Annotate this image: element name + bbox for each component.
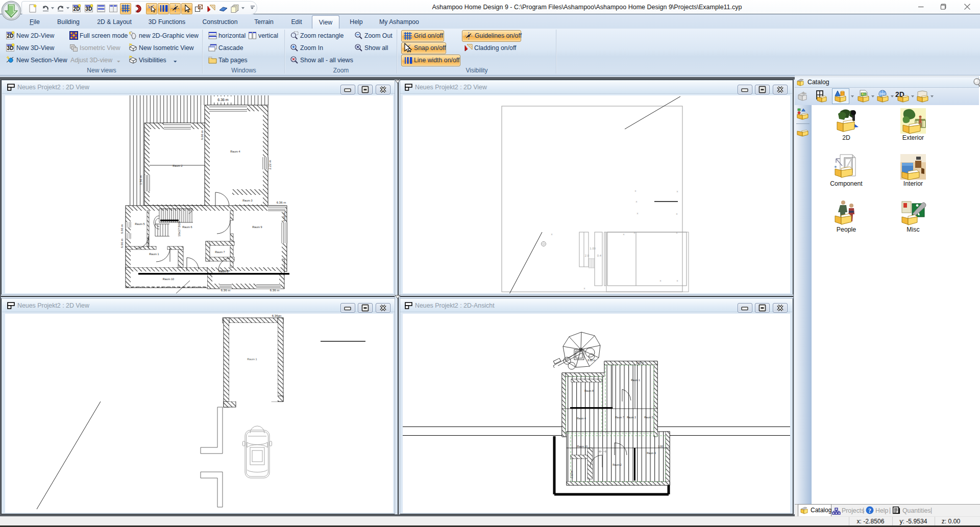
svg-text:2D: 2D — [7, 33, 14, 39]
svg-text:0.4: 0.4 — [597, 254, 602, 257]
svg-text:Raum 4: Raum 4 — [577, 417, 586, 420]
svg-text:x: x — [584, 287, 585, 290]
svg-text:3.00 m: 3.00 m — [636, 361, 644, 364]
svg-text:6.36 m: 6.36 m — [217, 98, 229, 102]
svg-text:x: x — [676, 231, 678, 234]
svg-text:Raum 2: Raum 2 — [173, 164, 182, 167]
svg-text:x: x — [637, 212, 639, 215]
svg-text:Raum 1: Raum 1 — [631, 379, 640, 382]
svg-text:Raum 9: Raum 9 — [647, 451, 656, 455]
svg-text:Raum 6: Raum 6 — [182, 225, 192, 229]
svg-text:3D: 3D — [86, 6, 92, 12]
svg-text:6.36 m: 6.36 m — [272, 314, 281, 317]
svg-text:Raum 1: Raum 1 — [149, 253, 159, 256]
svg-text:?: ? — [868, 507, 871, 514]
svg-text:Raum 2: Raum 2 — [612, 463, 622, 466]
svg-text:Raum 8: Raum 8 — [218, 270, 228, 273]
svg-text:6.66 m: 6.66 m — [120, 239, 124, 248]
svg-text:x: x — [551, 233, 553, 236]
svg-text:Raum 10: Raum 10 — [577, 445, 588, 448]
svg-text:1.00: 1.00 — [590, 247, 596, 250]
svg-text:Raum 5: Raum 5 — [135, 222, 144, 225]
svg-text:1.56 m: 1.56 m — [139, 175, 142, 185]
svg-text:x: x — [677, 190, 678, 193]
svg-text:8.88 m: 8.88 m — [587, 359, 595, 362]
svg-text:2.22 m: 2.22 m — [570, 470, 573, 478]
svg-text:6.36 m: 6.36 m — [270, 289, 279, 292]
svg-text:Raum 10: Raum 10 — [163, 278, 174, 281]
svg-text:x: x — [636, 200, 638, 203]
svg-text:Raum 4: Raum 4 — [230, 150, 240, 153]
svg-text:2.22 m: 2.22 m — [268, 160, 272, 169]
svg-text:2D: 2D — [74, 6, 80, 12]
svg-text:x: x — [634, 231, 635, 234]
svg-text:Raum 9: Raum 9 — [252, 225, 262, 229]
svg-text:6.66 m: 6.66 m — [201, 131, 204, 140]
svg-text:6.36 m: 6.36 m — [277, 201, 286, 204]
svg-text:x: x — [676, 212, 678, 215]
svg-text:x: x — [623, 233, 625, 236]
svg-text:6.36 m: 6.36 m — [221, 289, 230, 292]
svg-text:1.00: 1.00 — [658, 445, 663, 448]
svg-text:Raum 8: Raum 8 — [584, 389, 594, 392]
svg-text:Raum 3: Raum 3 — [627, 416, 636, 419]
svg-text:2.0: 2.0 — [585, 254, 590, 257]
svg-text:x: x — [660, 279, 662, 282]
svg-text:Raum 3: Raum 3 — [242, 199, 252, 202]
svg-text:6.66 m: 6.66 m — [283, 212, 286, 221]
svg-text:Raum 7: Raum 7 — [615, 416, 624, 419]
svg-text:x: x — [635, 189, 636, 192]
svg-text:16x17.5/26: 16x17.5/26 — [178, 221, 181, 236]
svg-text:Raum 1: Raum 1 — [247, 358, 257, 361]
svg-text:Raum 5: Raum 5 — [644, 416, 653, 419]
svg-text:3D: 3D — [7, 45, 14, 51]
svg-text:Raum 7: Raum 7 — [215, 250, 225, 254]
svg-text:x: x — [677, 279, 678, 282]
svg-text:6.66 m: 6.66 m — [120, 224, 124, 234]
